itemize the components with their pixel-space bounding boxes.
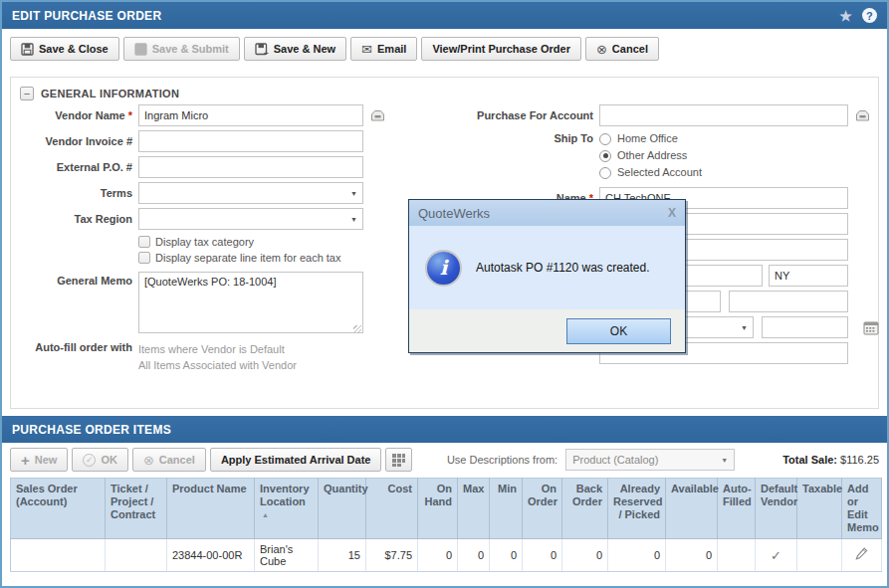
terms-select[interactable]: ▼ [138,182,363,204]
ship-date-input[interactable] [762,316,848,338]
dialog-title: QuoteWerks [418,206,490,221]
ok-item-button[interactable]: ✓ OK [72,448,128,472]
plus-icon: + [21,453,30,468]
col-min[interactable]: Min [490,479,523,539]
save-submit-button[interactable]: Save & Submit [123,37,240,61]
col-available[interactable]: Available [666,479,718,539]
col-add-edit-memo[interactable]: Add or Edit Memo [842,479,882,539]
display-tax-category-label: Display tax category [155,236,254,248]
email-button[interactable]: ✉ Email [350,37,417,61]
col-inventory-location[interactable]: Inventory Location▲ [255,479,319,539]
general-memo-textarea[interactable]: [QuoteWerks PO: 18-1004] [138,272,363,333]
edit-memo-pencil-icon [855,547,868,561]
cancel-label: Cancel [612,43,648,55]
page-title: EDIT PURCHASE ORDER [12,9,161,23]
display-separate-line-label: Display separate line item for each tax [155,252,340,264]
total-sale-value: $116.25 [840,454,879,466]
inventory-location-label: Inventory Location [260,483,310,507]
general-information-header: − GENERAL INFORMATION [11,78,878,100]
col-default-vendor[interactable]: Default Vendor [756,479,797,539]
quotewerks-dialog: QuoteWerks X i Autotask PO #1120 was cre… [408,199,686,353]
default-vendor-check-icon: ✓ [771,548,781,563]
autofill-options: Items where Vendor is Default All Items … [138,341,297,373]
cancel-circle-x-icon: ⊗ [596,43,607,56]
col-cost[interactable]: Cost [366,479,418,539]
display-separate-line-checkbox[interactable] [138,252,150,264]
collapse-section-button[interactable]: − [20,87,34,100]
display-tax-category-checkbox[interactable] [138,236,150,248]
help-icon[interactable]: ? [862,8,877,23]
col-back-order[interactable]: Back Order [562,479,608,539]
autofill-all-items-link[interactable]: All Items Associated with Vendor [138,359,297,371]
col-auto-filled[interactable]: Auto-Filled [718,479,756,539]
vendor-lookup-icon[interactable] [369,109,386,122]
chevron-down-icon: ▼ [350,190,357,197]
dialog-ok-button[interactable]: OK [566,318,671,344]
save-close-button[interactable]: Save & Close [10,37,119,61]
cancel-item-button[interactable]: ⊗ Cancel [132,448,206,472]
ship-state-input[interactable] [769,265,848,287]
use-descriptions-select[interactable]: Product (Catalog) ▼ [565,449,735,471]
new-item-button[interactable]: + New [10,448,68,472]
purchase-for-account-input[interactable] [599,104,848,126]
tax-region-select[interactable]: ▼ [138,208,363,230]
autofill-default-vendor-link[interactable]: Items where Vendor is Default [138,343,285,355]
main-toolbar: Save & Close Save & Submit + Save & New … [2,29,887,70]
vendor-name-input[interactable] [138,104,363,126]
col-ticket-project-contract[interactable]: Ticket / Project / Contract [106,479,167,539]
dialog-close-icon[interactable]: X [668,206,676,220]
ship-to-selected-account-option[interactable]: Selected Account [599,164,702,181]
home-office-label: Home Office [617,130,678,147]
col-max[interactable]: Max [458,479,490,539]
chevron-down-icon: ▼ [741,324,748,331]
cell-on-hand: 0 [418,539,458,572]
general-left-column: Vendor Name * Vendor Invoice # External … [15,104,386,377]
col-taxable[interactable]: Taxable [797,479,842,539]
cell-product: 23844-00-00R [167,539,255,572]
cell-back-order: 0 [562,539,608,572]
table-header-row: Sales Order (Account) Ticket / Project /… [11,479,882,539]
terms-label: Terms [15,187,132,199]
calendar-icon[interactable] [863,320,879,335]
cell-auto-filled [718,539,756,572]
chevron-down-icon: ▼ [721,457,728,464]
favorite-star-icon[interactable]: ★ [839,8,852,24]
col-on-order[interactable]: On Order [523,479,562,539]
new-label: New [35,454,58,466]
purchase-order-items-header: PURCHASE ORDER ITEMS [2,416,887,443]
ship-to-home-office-option[interactable]: Home Office [599,130,702,147]
general-memo-wrap: [QuoteWerks PO: 18-1004] [138,272,363,335]
resize-handle[interactable] [353,325,361,333]
envelope-icon: ✉ [361,43,372,56]
col-on-hand[interactable]: On Hand [418,479,458,539]
vendor-invoice-input[interactable] [138,130,363,152]
external-po-input[interactable] [138,156,363,178]
svg-text:+: + [264,48,269,56]
chevron-down-icon: ▼ [350,216,357,223]
display-separate-line-row: Display separate line item for each tax [138,252,340,264]
email-label: Email [377,43,406,55]
cell-add-edit-memo[interactable] [842,539,882,572]
save-close-label: Save & Close [39,43,109,55]
account-lookup-icon[interactable] [854,109,871,122]
view-print-po-button[interactable]: View/Print Purchase Order [421,37,581,61]
apply-arrival-label: Apply Estimated Arrival Date [221,454,371,466]
col-quantity[interactable]: Quantity [319,479,366,539]
cell-default-vendor: ✓ [756,539,797,572]
apply-estimated-arrival-date-button[interactable]: Apply Estimated Arrival Date [210,448,382,472]
column-chooser-button[interactable] [385,448,412,472]
table-row[interactable]: 23844-00-00R Brian's Cube 15 $7.75 0 0 0… [11,539,882,572]
col-already-reserved[interactable]: Already Reserved / Picked [608,479,666,539]
items-section-title: PURCHASE ORDER ITEMS [12,423,171,437]
ship-to-other-address-option[interactable]: Other Address [599,147,702,164]
col-sales-order[interactable]: Sales Order (Account) [11,479,106,539]
dialog-titlebar[interactable]: QuoteWerks X [409,200,685,226]
info-icon: i [425,250,462,287]
col-product-name[interactable]: Product Name [167,479,255,539]
save-new-button[interactable]: + Save & New [244,37,346,61]
ship-country-input[interactable] [729,291,848,312]
save-new-label: Save & New [274,43,335,55]
view-print-label: View/Print Purchase Order [432,43,570,55]
external-po-label: External P.O. # [15,161,132,173]
cancel-button[interactable]: ⊗ Cancel [585,37,659,61]
